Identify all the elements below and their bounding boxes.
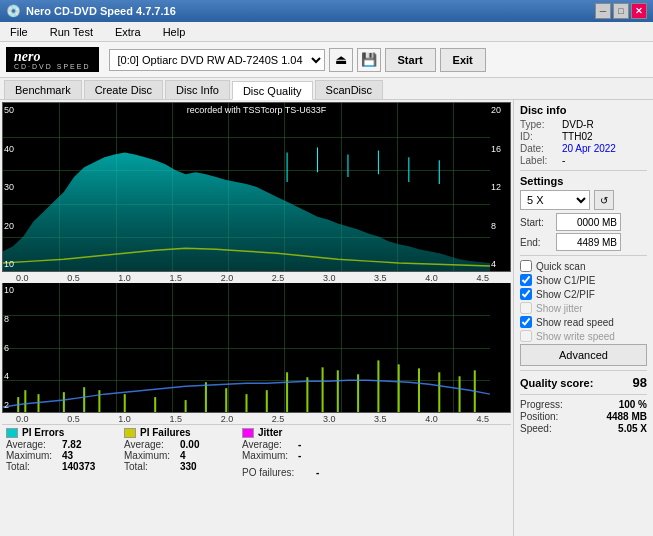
stat-pi-errors: PI Errors Average: 7.82 Maximum: 43 Tota… <box>6 427 116 472</box>
jitter-color <box>242 428 254 438</box>
logo-subtext: CD·DVD SPEED <box>14 63 91 70</box>
stat-pi-errors-avg: Average: 7.82 <box>6 439 116 450</box>
start-mb-row: Start: <box>520 213 647 231</box>
menu-run-test[interactable]: Run Test <box>44 24 99 40</box>
stat-jitter-header: Jitter <box>242 427 352 438</box>
menu-bar: File Run Test Extra Help <box>0 22 653 42</box>
show-write-speed-row: Show write speed <box>520 330 647 342</box>
progress-row: Progress: 100 % <box>520 399 647 410</box>
start-button[interactable]: Start <box>385 48 436 72</box>
lower-chart-x-labels: 0.0 0.5 1.0 1.5 2.0 2.5 3.0 3.5 4.0 4.5 <box>2 414 511 424</box>
quick-scan-row: Quick scan <box>520 260 647 272</box>
show-write-speed-checkbox[interactable] <box>520 330 532 342</box>
drive-selector[interactable]: [0:0] Optiarc DVD RW AD-7240S 1.04 <box>109 49 325 71</box>
upper-chart-svg <box>3 103 490 271</box>
tab-create-disc[interactable]: Create Disc <box>84 80 163 99</box>
progress-section: Progress: 100 % Position: 4488 MB Speed:… <box>520 399 647 434</box>
app-title: Nero CD-DVD Speed 4.7.7.16 <box>26 5 176 17</box>
stat-pi-failures: PI Failures Average: 0.00 Maximum: 4 Tot… <box>124 427 234 472</box>
upper-chart-y-left: 50 40 30 20 10 <box>4 103 14 271</box>
show-c2-pif-checkbox[interactable] <box>520 288 532 300</box>
tab-benchmark[interactable]: Benchmark <box>4 80 82 99</box>
stat-pi-errors-header: PI Errors <box>6 427 116 438</box>
speed-settings-row: 5 X ↺ <box>520 190 647 210</box>
show-read-speed-checkbox[interactable] <box>520 316 532 328</box>
tab-disc-quality[interactable]: Disc Quality <box>232 81 313 100</box>
start-mb-input[interactable] <box>556 213 621 231</box>
position-row: Position: 4488 MB <box>520 411 647 422</box>
stat-jitter-max: Maximum: - <box>242 450 352 461</box>
settings-title: Settings <box>520 175 647 187</box>
quick-scan-checkbox[interactable] <box>520 260 532 272</box>
exit-button[interactable]: Exit <box>440 48 486 72</box>
divider-2 <box>520 255 647 256</box>
divider-3 <box>520 394 647 395</box>
recorded-with-label: recorded with TSSTcorp TS-U633F <box>187 105 327 115</box>
disc-info-title: Disc info <box>520 104 647 116</box>
maximize-button[interactable]: □ <box>613 3 629 19</box>
logo: nero CD·DVD SPEED <box>6 47 99 72</box>
tab-disc-info[interactable]: Disc Info <box>165 80 230 99</box>
divider-1 <box>520 170 647 171</box>
show-jitter-checkbox[interactable] <box>520 302 532 314</box>
stat-jitter-avg: Average: - <box>242 439 352 450</box>
disc-id-row: ID: TTH02 <box>520 131 647 142</box>
close-button[interactable]: ✕ <box>631 3 647 19</box>
end-mb-input[interactable] <box>556 233 621 251</box>
end-mb-row: End: <box>520 233 647 251</box>
app-icon: 💿 <box>6 4 21 18</box>
lower-chart-y-left: 10 8 6 4 2 <box>4 283 14 412</box>
lower-chart: 10 8 6 4 2 <box>2 283 511 413</box>
disc-type-row: Type: DVD-R <box>520 119 647 130</box>
minimize-button[interactable]: ─ <box>595 3 611 19</box>
eject-icon-button[interactable]: ⏏ <box>329 48 353 72</box>
menu-help[interactable]: Help <box>157 24 192 40</box>
stat-pi-errors-max: Maximum: 43 <box>6 450 116 461</box>
stat-pi-failures-avg: Average: 0.00 <box>124 439 234 450</box>
toolbar: nero CD·DVD SPEED [0:0] Optiarc DVD RW A… <box>0 42 653 78</box>
disc-date-row: Date: 20 Apr 2022 <box>520 143 647 154</box>
speed-refresh-button[interactable]: ↺ <box>594 190 614 210</box>
title-bar: 💿 Nero CD-DVD Speed 4.7.7.16 ─ □ ✕ <box>0 0 653 22</box>
stats-bar: PI Errors Average: 7.82 Maximum: 43 Tota… <box>2 424 511 482</box>
stat-pi-failures-header: PI Failures <box>124 427 234 438</box>
disc-label-row: Label: - <box>520 155 647 166</box>
stat-jitter: Jitter Average: - Maximum: - PO failures… <box>242 427 352 478</box>
main-content: recorded with TSSTcorp TS-U633F <box>0 100 653 536</box>
stat-pi-failures-max: Maximum: 4 <box>124 450 234 461</box>
upper-chart-x-labels: 0.0 0.5 1.0 1.5 2.0 2.5 3.0 3.5 4.0 4.5 <box>2 273 511 283</box>
upper-chart: recorded with TSSTcorp TS-U633F <box>2 102 511 272</box>
right-panel: Disc info Type: DVD-R ID: TTH02 Date: 20… <box>513 100 653 536</box>
show-read-speed-row: Show read speed <box>520 316 647 328</box>
upper-chart-y-axis: 20 16 12 8 4 <box>490 103 510 271</box>
quality-score-row: Quality score: 98 <box>520 370 647 390</box>
speed-select[interactable]: 5 X <box>520 190 590 210</box>
title-bar-controls: ─ □ ✕ <box>595 3 647 19</box>
save-icon-button[interactable]: 💾 <box>357 48 381 72</box>
tab-scan-disc[interactable]: ScanDisc <box>315 80 383 99</box>
pi-failures-color <box>124 428 136 438</box>
svg-marker-0 <box>3 152 490 271</box>
show-c2-pif-row: Show C2/PIF <box>520 288 647 300</box>
lower-chart-y-axis <box>490 283 510 412</box>
show-jitter-row: Show jitter <box>520 302 647 314</box>
lower-chart-svg <box>3 283 490 412</box>
advanced-button[interactable]: Advanced <box>520 344 647 366</box>
stat-po-failures: PO failures: - <box>242 467 352 478</box>
title-bar-left: 💿 Nero CD-DVD Speed 4.7.7.16 <box>6 4 176 18</box>
tab-bar: Benchmark Create Disc Disc Info Disc Qua… <box>0 78 653 100</box>
menu-file[interactable]: File <box>4 24 34 40</box>
show-c1-pie-checkbox[interactable] <box>520 274 532 286</box>
pi-errors-color <box>6 428 18 438</box>
stat-pi-failures-total: Total: 330 <box>124 461 234 472</box>
chart-panel: recorded with TSSTcorp TS-U633F <box>0 100 513 536</box>
stat-pi-errors-total: Total: 140373 <box>6 461 116 472</box>
show-c1-pie-row: Show C1/PIE <box>520 274 647 286</box>
menu-extra[interactable]: Extra <box>109 24 147 40</box>
speed-row: Speed: 5.05 X <box>520 423 647 434</box>
